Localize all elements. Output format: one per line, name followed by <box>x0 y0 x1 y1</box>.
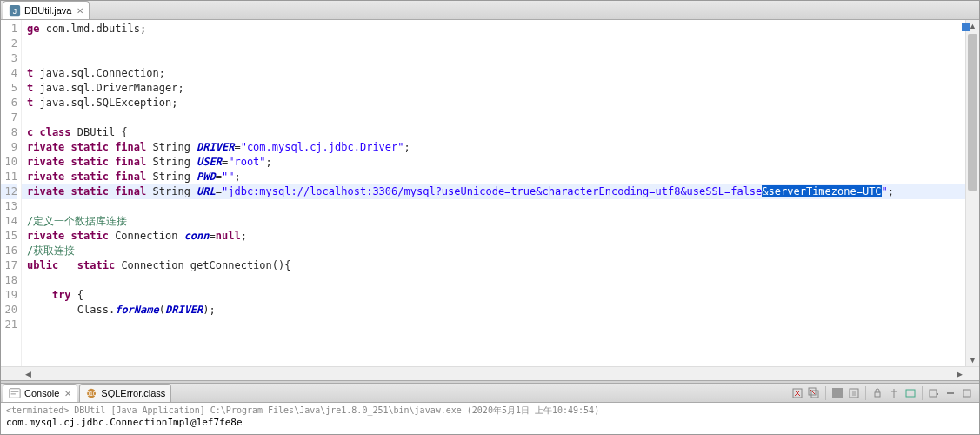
close-tab-icon[interactable]: ✕ <box>77 6 83 16</box>
code-line[interactable]: rivate static final String USER="root"; <box>22 155 965 170</box>
terminate-icon[interactable] <box>830 386 844 400</box>
code-line[interactable]: /获取连接 <box>22 244 965 258</box>
scroll-right-arrow[interactable]: ▶ <box>953 367 965 380</box>
code-line[interactable]: ublic static Connection getConnection(){ <box>22 258 965 273</box>
code-line[interactable] <box>22 273 965 288</box>
open-console-dropdown-icon[interactable] <box>927 386 941 400</box>
class-file-icon: 010 <box>85 387 97 399</box>
svg-rect-3 <box>10 389 20 398</box>
console-output-line: com.mysql.cj.jdbc.ConnectionImpl@1ef7fe8… <box>6 417 974 428</box>
editor-tab-bar: J DBUtil.java ✕ <box>1 1 979 20</box>
remove-launch-icon[interactable] <box>790 386 804 400</box>
hscroll-container: ◀ ▶ <box>1 366 979 380</box>
code-line[interactable]: ge com.lmd.dbutils; <box>22 22 965 37</box>
close-console-icon[interactable]: ✕ <box>64 389 71 398</box>
code-line[interactable]: Class.forName(DRIVER); <box>22 303 965 318</box>
editor-tab-label: DBUtil.java <box>24 5 71 16</box>
overview-ruler-mark <box>962 22 970 34</box>
svg-rect-14 <box>963 390 970 397</box>
svg-rect-12 <box>906 390 915 397</box>
scroll-down-arrow[interactable]: ▼ <box>966 354 979 366</box>
code-line[interactable]: rivate static final String PWD=""; <box>22 170 965 184</box>
scroll-left-arrow[interactable]: ◀ <box>22 367 34 380</box>
code-line[interactable] <box>22 199 965 214</box>
code-line[interactable]: rivate static Connection conn=null; <box>22 229 965 244</box>
ide-window: J DBUtil.java ✕ 123456789101112131415161… <box>0 0 980 435</box>
code-line[interactable]: /定义一个数据库连接 <box>22 214 965 229</box>
clear-console-icon[interactable] <box>847 386 861 400</box>
svg-rect-9 <box>832 388 843 398</box>
console-body: <terminated> DBUtil [Java Application] C… <box>1 403 979 434</box>
code-line[interactable]: t java.sql.DriverManager; <box>22 81 965 96</box>
console-icon <box>9 387 21 399</box>
vertical-scrollbar[interactable]: ▲ ▼ <box>965 20 979 366</box>
code-line[interactable]: t java.sql.SQLException; <box>22 96 965 110</box>
pin-console-icon[interactable] <box>887 386 901 400</box>
svg-text:J: J <box>13 7 17 16</box>
code-line[interactable] <box>22 51 965 66</box>
svg-rect-2 <box>962 23 970 31</box>
code-line[interactable] <box>22 37 965 51</box>
console-tab-label: Console <box>24 388 59 398</box>
scroll-lock-icon[interactable] <box>870 386 884 400</box>
console-tab[interactable]: Console ✕ <box>3 384 77 402</box>
java-file-icon: J <box>9 4 21 17</box>
console-status-line: <terminated> DBUtil [Java Application] C… <box>6 405 974 417</box>
code-line[interactable] <box>22 110 965 125</box>
remove-all-icon[interactable] <box>807 386 821 400</box>
vscroll-thumb[interactable] <box>968 34 977 191</box>
svg-rect-13 <box>930 390 937 397</box>
display-console-icon[interactable] <box>903 386 917 400</box>
code-line[interactable] <box>22 318 965 332</box>
code-line[interactable]: c class DBUtil { <box>22 125 965 140</box>
bottom-tab-bar: Console ✕ 010 SQLError.class <box>1 384 979 403</box>
line-number-gutter: 123456789101112131415161718192021 <box>1 20 22 366</box>
svg-text:010: 010 <box>87 391 97 397</box>
horizontal-scrollbar[interactable]: ◀ ▶ <box>22 367 965 380</box>
console-toolbar <box>790 386 979 400</box>
editor-area: 123456789101112131415161718192021 ge com… <box>1 20 979 366</box>
sqlerror-tab-label: SQLError.class <box>101 388 165 398</box>
minimize-view-icon[interactable] <box>943 386 957 400</box>
code-line[interactable]: t java.sql.Connection; <box>22 66 965 81</box>
code-line[interactable]: try { <box>22 288 965 303</box>
code-line[interactable]: rivate static final String URL="jdbc:mys… <box>22 184 965 199</box>
editor-tab-dbutil[interactable]: J DBUtil.java ✕ <box>3 1 90 19</box>
svg-rect-11 <box>875 392 880 397</box>
code-line[interactable]: rivate static final String DRIVER="com.m… <box>22 140 965 155</box>
sqlerror-tab[interactable]: 010 SQLError.class <box>79 384 171 402</box>
code-editor[interactable]: ge com.lmd.dbutils; t java.sql.Connectio… <box>22 20 965 366</box>
maximize-view-icon[interactable] <box>960 386 974 400</box>
